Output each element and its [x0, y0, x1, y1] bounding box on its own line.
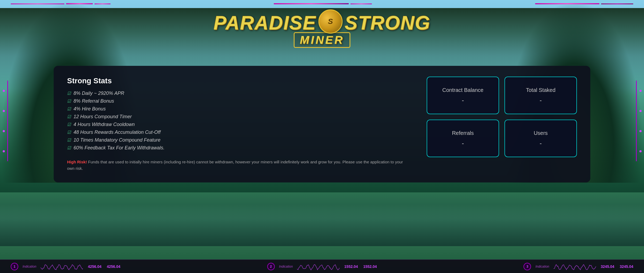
logo-coin-symbol: S [328, 17, 333, 26]
ticker-values-2: 3245.04 3245.04 [601, 264, 633, 269]
ticker-line-2 [66, 3, 93, 4]
ticker-line-6 [535, 3, 599, 4]
stats-list-item: ☑12 Hours Compound Timer [67, 114, 411, 120]
check-icon: ☑ [67, 106, 71, 112]
check-icon: ☑ [67, 122, 71, 127]
logo-paradise: PARADISE [214, 12, 316, 34]
side-dot-2 [3, 110, 5, 112]
stats-list-item: ☑48 Hours Rewards Accumulation Cut-Off [67, 130, 411, 135]
check-icon: ☑ [67, 145, 71, 150]
ticker-chart-0 [41, 263, 83, 270]
stats-list: ☑8% Daily ~ 2920% APR☑8% Referral Bonus☑… [67, 91, 411, 151]
ticker-line-4 [274, 3, 349, 4]
stat-card-value-1: - [540, 96, 542, 104]
ticker-val-1-1: 1552.04 [344, 264, 358, 269]
water-reflection [0, 192, 644, 246]
side-dot-r4 [639, 150, 642, 152]
main-panel: Strong Stats ☑8% Daily ~ 2920% APR☑8% Re… [54, 66, 590, 182]
ticker-line-3 [94, 3, 111, 4]
risk-notice: High Risk! Funds that are used to initia… [67, 159, 411, 172]
ticker-label-0: Indication [23, 265, 36, 268]
ticker-label-1: Indication [279, 265, 293, 268]
ticker-chart-2 [554, 263, 597, 270]
ticker-bottom-group-1: 2 Indication 1552.04 1552.04 [267, 263, 377, 270]
ticker-top-item-1 [11, 3, 111, 4]
ticker-badge-2: 3 [524, 263, 531, 270]
ticker-bottom-group-0: 1 Indication 4256.04 4256.04 [11, 263, 120, 270]
side-dot-4 [3, 150, 5, 152]
side-dot-r1 [639, 90, 642, 92]
ticker-values-0: 4256.04 4256.04 [88, 264, 120, 269]
stats-title: Strong Stats [67, 77, 411, 85]
stat-card-title-0: Contract Balance [442, 87, 483, 93]
stat-card-2: Referrals - [427, 120, 499, 157]
side-dot-r3 [639, 130, 642, 132]
ticker-top-item-2 [274, 3, 372, 4]
check-icon: ☑ [67, 91, 71, 96]
ticker-top [0, 0, 644, 8]
stats-list-item: ☑4% Hire Bonus [67, 106, 411, 112]
risk-label: High Risk! [67, 160, 87, 164]
ticker-bottom: 1 Indication 4256.04 4256.04 2 Indicatio… [0, 260, 644, 273]
logo-subtitle: MINER [294, 32, 350, 48]
ticker-val-1-0: 4256.04 [88, 264, 101, 269]
risk-text: Funds that are used to initially hire mi… [67, 160, 403, 171]
side-dot-1 [3, 90, 5, 92]
ticker-values-1: 1552.04 1552.04 [344, 264, 377, 269]
ticker-line-1 [11, 3, 64, 4]
stats-section: Strong Stats ☑8% Daily ~ 2920% APR☑8% Re… [67, 77, 411, 172]
stat-card-0: Contract Balance - [427, 77, 499, 114]
header: PARADISE S STRONG MINER [214, 11, 431, 48]
stat-card-3: Users - [504, 120, 577, 157]
stats-list-item: ☑4 Hours Withdraw Cooldown [67, 122, 411, 127]
stat-card-title-3: Users [534, 130, 548, 136]
stat-card-title-1: Total Staked [526, 87, 555, 93]
side-dot-3 [3, 130, 5, 132]
stats-cards: Contract Balance - Total Staked - Referr… [427, 77, 577, 157]
ticker-bottom-group-2: 3 Indication 3245.04 3245.04 [524, 263, 633, 270]
side-decoration-right [636, 81, 644, 161]
logo-strong: STRONG [345, 12, 430, 34]
stat-card-value-0: - [462, 96, 464, 104]
stats-list-item: ☑8% Referral Bonus [67, 98, 411, 104]
ticker-val-2-1: 1552.04 [363, 264, 377, 269]
stat-card-value-3: - [540, 139, 542, 147]
check-icon: ☑ [67, 138, 71, 143]
ticker-line-5 [350, 3, 372, 4]
panel-content: Strong Stats ☑8% Daily ~ 2920% APR☑8% Re… [67, 77, 577, 172]
ticker-val-2-2: 3245.04 [620, 264, 633, 269]
stats-list-item: ☑60% Feedback Tax For Early Withdrawals. [67, 145, 411, 151]
stats-list-item: ☑8% Daily ~ 2920% APR [67, 91, 411, 96]
ticker-top-item-3 [535, 3, 633, 4]
stat-card-1: Total Staked - [504, 77, 577, 114]
ticker-label-2: Indication [535, 265, 549, 268]
check-icon: ☑ [67, 114, 71, 119]
ticker-badge-0: 1 [11, 263, 18, 270]
ticker-val-1-2: 3245.04 [601, 264, 614, 269]
side-decoration-left [0, 81, 8, 161]
ticker-line-7 [601, 3, 633, 4]
logo-coin: S [318, 9, 342, 34]
stats-list-item: ☑10 Times Mandatory Compound Feature [67, 137, 411, 143]
check-icon: ☑ [67, 130, 71, 135]
check-icon: ☑ [67, 99, 71, 104]
stat-card-title-2: Referrals [452, 130, 474, 136]
logo-container: PARADISE S STRONG [214, 11, 431, 35]
ticker-badge-1: 2 [267, 263, 275, 270]
stat-card-value-2: - [462, 139, 464, 147]
ticker-chart-1 [297, 263, 340, 270]
ticker-val-2-0: 4256.04 [107, 264, 120, 269]
side-dot-r2 [639, 110, 642, 112]
